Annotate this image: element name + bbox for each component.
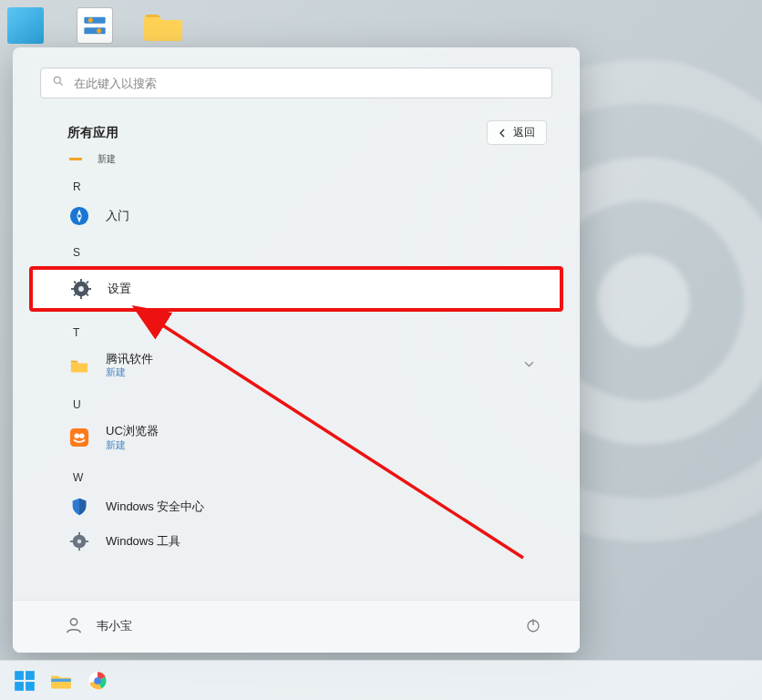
- new-indicator-label: 新建: [98, 152, 116, 166]
- shield-icon: [69, 497, 89, 517]
- svg-point-28: [70, 618, 77, 624]
- letter-header-t[interactable]: T: [33, 314, 560, 345]
- svg-point-21: [79, 433, 85, 438]
- start-menu: 所有应用 返回 新建 R 入门 S 设置 T: [13, 47, 580, 653]
- user-icon: [64, 615, 84, 639]
- search-icon: [52, 75, 65, 91]
- svg-rect-25: [78, 547, 80, 551]
- svg-rect-19: [70, 428, 88, 447]
- app-label: 腾讯软件 新建: [106, 352, 153, 378]
- svg-rect-13: [71, 288, 75, 290]
- gear-icon: [71, 279, 91, 299]
- chevron-down-icon: [524, 358, 534, 372]
- svg-point-2: [88, 18, 93, 23]
- svg-point-39: [94, 677, 101, 685]
- svg-rect-34: [26, 671, 35, 680]
- app-settings[interactable]: 设置: [29, 266, 563, 312]
- taskbar-browser-button[interactable]: [86, 669, 109, 693]
- desktop-icon-control-panel[interactable]: [73, 4, 117, 47]
- start-menu-footer: 韦小宝: [13, 600, 580, 653]
- letter-header-u[interactable]: U: [33, 386, 560, 417]
- back-button-label: 返回: [513, 125, 535, 140]
- app-label: 设置: [108, 282, 131, 296]
- svg-point-23: [77, 539, 82, 543]
- search-box[interactable]: [40, 67, 552, 98]
- desktop-icon-folder[interactable]: [142, 4, 186, 47]
- new-indicator-row: 新建: [33, 150, 560, 168]
- app-windows-tools[interactable]: Windows 工具: [33, 524, 560, 559]
- letter-header-r[interactable]: R: [33, 168, 560, 199]
- app-windows-security[interactable]: Windows 安全中心: [33, 489, 560, 524]
- svg-rect-37: [51, 678, 71, 681]
- svg-rect-12: [80, 295, 82, 299]
- svg-rect-0: [84, 17, 105, 24]
- svg-point-20: [75, 433, 80, 438]
- app-rumen[interactable]: 入门: [33, 199, 560, 233]
- compass-icon: [69, 206, 89, 226]
- desktop-icons-row: [4, 4, 186, 47]
- svg-point-8: [77, 214, 81, 218]
- chevron-left-icon: [499, 129, 508, 138]
- letter-header-s[interactable]: S: [33, 233, 560, 264]
- taskbar: [0, 660, 762, 700]
- svg-rect-33: [15, 671, 24, 680]
- svg-rect-24: [78, 532, 80, 536]
- uc-icon: [69, 427, 89, 448]
- new-dash-icon: [69, 158, 82, 160]
- taskbar-explorer-button[interactable]: [49, 669, 73, 693]
- svg-rect-11: [80, 279, 82, 283]
- svg-rect-17: [86, 281, 88, 283]
- svg-rect-27: [85, 540, 88, 542]
- svg-rect-14: [88, 288, 91, 290]
- svg-rect-26: [70, 540, 74, 542]
- svg-rect-1: [84, 27, 105, 34]
- taskbar-start-button[interactable]: [13, 669, 36, 693]
- app-label: Windows 安全中心: [106, 499, 204, 514]
- svg-point-3: [97, 28, 101, 33]
- search-input[interactable]: [74, 77, 541, 90]
- folder-icon: [69, 355, 89, 376]
- app-tencent-folder[interactable]: 腾讯软件 新建: [33, 345, 560, 386]
- svg-rect-36: [26, 682, 35, 691]
- svg-rect-15: [74, 281, 77, 283]
- user-account-button[interactable]: 韦小宝: [64, 615, 132, 639]
- user-name: 韦小宝: [97, 619, 132, 634]
- app-label: Windows 工具: [106, 534, 180, 549]
- desktop-icon-blank[interactable]: [4, 4, 47, 47]
- power-button[interactable]: [525, 617, 541, 637]
- apps-list: 新建 R 入门 S 设置 T 腾讯软件 新建: [13, 145, 580, 600]
- tools-gear-icon: [69, 531, 89, 551]
- svg-rect-35: [15, 682, 24, 691]
- svg-point-10: [78, 286, 84, 292]
- svg-line-5: [60, 83, 63, 86]
- svg-point-4: [54, 77, 60, 83]
- app-label: UC浏览器 新建: [106, 424, 159, 450]
- app-label: 入门: [106, 209, 129, 223]
- all-apps-title: 所有应用: [67, 125, 118, 141]
- letter-header-w[interactable]: W: [33, 458, 560, 489]
- app-uc-browser[interactable]: UC浏览器 新建: [33, 417, 560, 458]
- back-button[interactable]: 返回: [487, 120, 547, 145]
